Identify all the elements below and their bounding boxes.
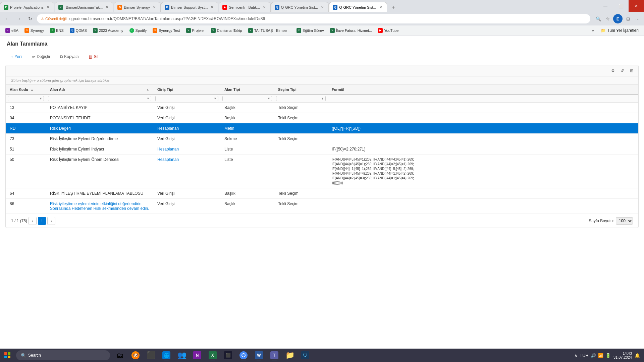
bookmark-synergy-test[interactable]: S Synergy Test — [150, 26, 182, 35]
bookmark-danisman[interactable]: X DanismanTakip — [208, 26, 245, 35]
table-row[interactable]: 86 Risk iyileştirme eylemlerinin etkinli… — [6, 199, 638, 214]
speaker-icon[interactable]: 🔊 — [591, 353, 596, 358]
cell-alan-tipi: Metin — [220, 123, 274, 134]
grid-refresh-icon[interactable]: ↺ — [618, 67, 626, 75]
tab-2[interactable]: X -BimserDanismanTak... ✕ — [55, 2, 114, 12]
tab-4[interactable]: B Bimser Support Syst... ✕ — [161, 2, 218, 12]
bookmarks-folder[interactable]: 📁 Tüm Yer İşaretleri — [598, 27, 641, 34]
page-1-button[interactable]: 1 — [38, 217, 46, 225]
tab-6-close[interactable]: ✕ — [320, 5, 325, 10]
tab-3-close[interactable]: ✕ — [152, 5, 157, 10]
taskbar-app-3[interactable]: ⬛ — [144, 349, 158, 362]
battery-icon[interactable]: 🔋 — [605, 353, 611, 358]
back-button[interactable]: ← — [3, 14, 12, 23]
col-alan-kodu[interactable]: Alan Kodu ▲ — [6, 85, 46, 95]
address-input[interactable]: ⚠ Güvenli değil qgrcdemo.bimser.com.tr/Q… — [37, 14, 590, 23]
taskbar-app-chrome[interactable] — [236, 349, 251, 362]
forward-button[interactable]: → — [14, 14, 23, 23]
cell-alan-kodu: 04 — [6, 113, 46, 123]
language-indicator[interactable]: TUR — [580, 353, 589, 358]
bookmark-ens[interactable]: E ENS — [47, 26, 66, 35]
minimize-button[interactable]: — — [598, 0, 613, 12]
filter-alan-tipi-input[interactable]: ▼ — [222, 96, 272, 101]
bookmark-egitim[interactable]: X Eğitim Görev — [294, 26, 327, 35]
bookmark-tai[interactable]: X TAİ TUSAŞ - Bimser... — [246, 26, 293, 35]
tab-7[interactable]: Q Q-GRC Yönetim Sist... ✕ — [329, 2, 387, 12]
tab-5-close[interactable]: ✕ — [262, 5, 267, 10]
menu-icon[interactable]: ⋯ — [633, 15, 641, 23]
new-tab-button[interactable]: + — [389, 3, 398, 12]
tab-1-close[interactable]: ✕ — [45, 5, 51, 10]
taskbar-time[interactable]: 14:43 31.07.2024 — [613, 351, 632, 359]
cell-alan-adi: Risk İyileştirme Eylemi Değerlendirme — [46, 134, 153, 144]
bookmark-projeler[interactable]: X Projeler — [183, 26, 208, 35]
taskbar-app-4[interactable]: 🌐 — [159, 349, 174, 362]
tab-5[interactable]: ▶ Semicenk - Batık... ✕ — [219, 2, 270, 12]
table-row[interactable]: 50 Risk İyileştirme Eylemi Önem Derecesi… — [6, 155, 638, 188]
table-row[interactable]: 13 POTANSİYEL KAYIP Veri Girişi Başlık T… — [6, 103, 638, 113]
col-giris-tipi[interactable]: Giriş Tipi — [153, 85, 220, 95]
taskbar-app-file-explorer[interactable]: 🗂 — [113, 349, 127, 362]
table-row-selected[interactable]: RD Risk Değeri Hesaplanan Metin ([OL]*[F… — [6, 123, 638, 134]
tab-2-close[interactable]: ✕ — [104, 5, 110, 10]
grid-export-icon[interactable]: ⊞ — [628, 67, 636, 75]
network-icon[interactable]: 📶 — [598, 353, 603, 358]
page-size-select[interactable]: 100 50 25 — [616, 217, 633, 225]
filter-alan-kodu-input[interactable]: ▼ — [8, 96, 44, 101]
refresh-button[interactable]: ↻ — [25, 14, 35, 23]
prev-page-button[interactable]: ‹ — [29, 217, 37, 225]
taskbar-app-browser[interactable]: 🐶 — [128, 349, 143, 362]
bookmark-academy[interactable]: X 2023 Academy — [90, 26, 126, 35]
table-row[interactable]: 04 POTANSİYEL TEHDİT Veri Girişi Başlık … — [6, 113, 638, 123]
extensions-icon[interactable]: ⊞ — [624, 15, 632, 23]
taskbar-app-teams2[interactable]: T — [267, 349, 282, 362]
new-button[interactable]: + Yeni — [7, 53, 26, 61]
table-row[interactable]: 64 RİSK İYİLEŞTİRME EYLEMİ PLANLAMA TABL… — [6, 188, 638, 199]
tab-6[interactable]: Q Q-GRC Yönetim Sist... ✕ — [271, 2, 329, 12]
security-label: ⚠ Güvenli değil — [41, 17, 67, 21]
col-alan-adi[interactable]: Alan Adı ▲ — [46, 85, 153, 95]
close-button[interactable]: ✕ — [629, 0, 644, 12]
bookmark-qdms[interactable]: Q QDMS — [67, 26, 90, 35]
tab-3[interactable]: B Bimser Synergy ✕ — [114, 2, 161, 12]
taskbar-app-shield[interactable]: 🛡 — [298, 349, 313, 362]
notification-icon[interactable]: 🔔 — [635, 353, 640, 358]
delete-button[interactable]: 🗑 Sil — [84, 53, 102, 61]
col-formul[interactable]: Formül — [328, 85, 638, 95]
copy-button[interactable]: ⧉ Kopyala — [56, 52, 83, 61]
tab-7-close[interactable]: ✕ — [378, 5, 383, 10]
taskbar-app-word[interactable]: W — [252, 349, 266, 362]
restore-button[interactable]: ⬜ — [613, 0, 629, 12]
taskbar-app-excel[interactable]: X — [205, 349, 220, 362]
table-row[interactable]: 51 Risk İyileştirme Eylemi İhtiyacı Hesa… — [6, 144, 638, 155]
taskbar-app-folder[interactable]: 📁 — [282, 349, 297, 362]
filter-secim-tipi-input[interactable]: ▼ — [276, 96, 326, 101]
bookmark-synergy[interactable]: S Synergy — [22, 26, 47, 35]
col-alan-tipi[interactable]: Alan Tipi — [220, 85, 274, 95]
bookmarks-more-button[interactable]: » — [590, 27, 596, 34]
taskbar-app-dark[interactable]: ⬛ — [221, 349, 235, 362]
chevron-up-icon[interactable]: ∧ — [574, 353, 578, 358]
taskbar-app-teams[interactable]: 👥 — [174, 349, 189, 362]
bookmark-youtube[interactable]: ▶ YouTube — [375, 26, 401, 35]
start-button[interactable] — [0, 349, 15, 362]
bookmark-star-icon[interactable]: ☆ — [604, 15, 612, 23]
filter-alan-adi-input[interactable]: ▼ — [48, 96, 151, 101]
table-row[interactable]: 73 Risk İyileştirme Eylemi Değerlendirme… — [6, 134, 638, 144]
edit-button[interactable]: ✏ Değiştir — [28, 53, 55, 61]
taskbar-search[interactable]: 🔍 Search — [16, 350, 110, 360]
data-grid: ⚙ ↺ ⊞ Sütun başlığını o sütuna göre grup… — [5, 65, 639, 228]
tab-1[interactable]: P Projeler Applications ✕ — [0, 2, 54, 12]
grid-settings-icon[interactable]: ⚙ — [609, 67, 617, 75]
svg-point-6 — [242, 354, 245, 357]
filter-giris-tipi-input[interactable]: ▼ — [155, 96, 218, 101]
taskbar-app-onenote[interactable]: N — [190, 349, 205, 362]
search-icon[interactable]: 🔍 — [594, 15, 602, 23]
col-secim-tipi[interactable]: Seçim Tipi — [274, 85, 328, 95]
bookmark-eba[interactable]: e eBA — [3, 26, 21, 35]
tab-4-close[interactable]: ✕ — [209, 5, 215, 10]
next-page-button[interactable]: › — [47, 217, 55, 225]
profile-icon[interactable]: E — [613, 14, 623, 23]
bookmark-ilave[interactable]: X İlave Fatura. Hizmet... — [327, 26, 375, 35]
bookmark-spotify[interactable]: ♪ Spotify — [127, 26, 150, 35]
